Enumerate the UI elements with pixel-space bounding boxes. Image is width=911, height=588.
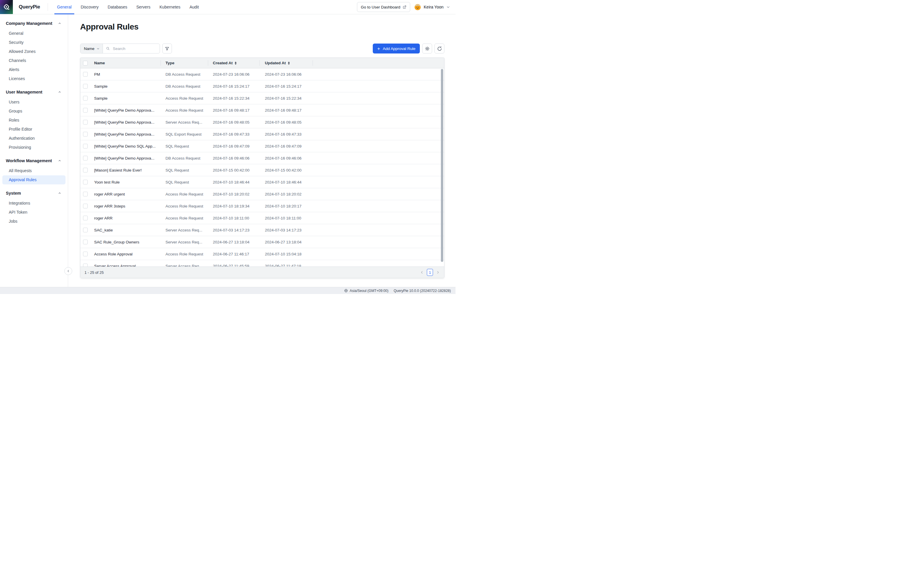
chevron-left-icon — [67, 270, 70, 273]
toolbar-right: + Add Approval Rule — [373, 44, 444, 53]
row-checkbox[interactable] — [83, 108, 88, 113]
table-row[interactable]: SAC Rule_Group OwnersServer Access Req..… — [80, 236, 444, 248]
add-approval-rule-button[interactable]: + Add Approval Rule — [373, 44, 420, 53]
sidebar-item-authentication[interactable]: Authentication — [2, 134, 65, 143]
row-checkbox[interactable] — [83, 263, 88, 267]
search-input[interactable] — [112, 46, 160, 51]
table-row[interactable]: Server Access ApprovalServer Access Req.… — [80, 260, 444, 267]
sidebar-item-general[interactable]: General — [2, 29, 65, 38]
rule-name: Access Role Approval — [92, 252, 160, 256]
section-header-user-management[interactable]: User Management — [0, 89, 68, 95]
rule-type: Access Role Request — [160, 96, 208, 100]
row-checkbox[interactable] — [83, 228, 88, 232]
row-checkbox[interactable] — [83, 96, 88, 100]
search-field-dropdown[interactable]: Name — [80, 44, 103, 53]
sidebar-item-roles[interactable]: Roles — [2, 116, 65, 125]
globe-icon — [344, 289, 348, 292]
sidebar-item-profile-editor[interactable]: Profile Editor — [2, 125, 65, 134]
refresh-button[interactable] — [434, 44, 444, 53]
user-menu[interactable]: Keira Yoon — [414, 4, 450, 11]
sidebar-item-alerts[interactable]: Alerts — [2, 65, 65, 74]
table-row[interactable]: roger ARR 3stepsAccess Role Request2024-… — [80, 200, 444, 212]
column-label: Type — [165, 61, 175, 65]
row-checkbox[interactable] — [83, 192, 88, 196]
table-row[interactable]: [White] QueryPie Demo Approva...SQL Expo… — [80, 128, 444, 140]
table-row[interactable]: roger ARR urgentAccess Role Request2024-… — [80, 188, 444, 200]
rule-type: Access Role Request — [160, 216, 208, 220]
previous-page-button[interactable] — [420, 270, 424, 275]
row-checkbox[interactable] — [83, 204, 88, 208]
avatar — [414, 4, 421, 11]
rule-updated-at: 2024-07-10 18:20:02 — [259, 192, 312, 196]
table-row[interactable]: [White] QueryPie Demo SQL App...SQL Requ… — [80, 140, 444, 152]
sidebar-item-allowed-zones[interactable]: Allowed Zones — [2, 47, 65, 56]
sidebar-collapse-button[interactable] — [64, 267, 72, 275]
rule-name: [White] QueryPie Demo Approva... — [92, 132, 160, 136]
tab-servers[interactable]: Servers — [136, 0, 150, 14]
section-header-system[interactable]: System — [0, 190, 68, 196]
table-row[interactable]: SampleDB Access Request2024-07-16 15:24:… — [80, 80, 444, 92]
table-row[interactable]: Access Role ApprovalAccess Role Request2… — [80, 248, 444, 260]
rule-updated-at: 2024-07-16 09:47:33 — [259, 132, 312, 136]
sidebar-item-users[interactable]: Users — [2, 98, 65, 107]
go-to-user-dashboard-button[interactable]: Go to User Dashboard — [357, 2, 410, 12]
table-row[interactable]: PMDB Access Request2024-07-23 16:06:0620… — [80, 68, 444, 80]
sidebar-item-security[interactable]: Security — [2, 38, 65, 47]
tab-discovery[interactable]: Discovery — [81, 0, 99, 14]
next-page-button[interactable] — [436, 270, 440, 275]
gear-icon — [425, 46, 430, 51]
sidebar-item-approval-rules[interactable]: Approval Rules — [2, 175, 65, 184]
row-checkbox-cell — [80, 263, 92, 267]
row-checkbox[interactable] — [83, 156, 88, 160]
tab-audit[interactable]: Audit — [189, 0, 199, 14]
rule-updated-at: 2024-07-16 09:47:09 — [259, 144, 312, 149]
table-row[interactable]: [Mason] Easiest Rule Ever!SQL Request202… — [80, 164, 444, 176]
table-row[interactable]: [White] QueryPie Demo Approva...Server A… — [80, 116, 444, 128]
sidebar-item-groups[interactable]: Groups — [2, 107, 65, 116]
sidebar-item-channels[interactable]: Channels — [2, 56, 65, 65]
sidebar-item-api-token[interactable]: API Token — [2, 208, 65, 217]
row-checkbox[interactable] — [83, 120, 88, 124]
column-header-updated-at-sort[interactable]: Updated At — [259, 58, 312, 68]
sidebar-item-provisioning[interactable]: Provisioning — [2, 143, 65, 152]
rule-created-at: 2024-07-16 09:46:06 — [208, 156, 259, 160]
sidebar-item-integrations[interactable]: Integrations — [2, 199, 65, 208]
rule-created-at: 2024-07-23 16:06:06 — [208, 72, 259, 77]
querypie-logo[interactable] — [0, 0, 13, 14]
sidebar-item-licenses[interactable]: Licenses — [2, 74, 65, 83]
row-checkbox[interactable] — [83, 84, 88, 89]
chevron-up-icon — [58, 90, 61, 94]
section-title: Workflow Management — [6, 158, 52, 163]
select-all-checkbox[interactable] — [83, 61, 88, 65]
table-settings-button[interactable] — [422, 44, 432, 53]
sidebar-item-jobs[interactable]: Jobs — [2, 217, 65, 226]
table-row[interactable]: [White] QueryPie Demo Approva...Access R… — [80, 104, 444, 116]
table-row[interactable]: [White] QueryPie Demo Approva...DB Acces… — [80, 152, 444, 164]
tab-databases[interactable]: Databases — [108, 0, 127, 14]
row-checkbox[interactable] — [83, 132, 88, 136]
rule-type: Access Role Request — [160, 192, 208, 196]
column-header-created-at-sort[interactable]: Created At — [208, 58, 259, 68]
chevron-left-icon — [420, 270, 424, 275]
row-checkbox[interactable] — [83, 252, 88, 256]
section-header-company-management[interactable]: Company Management — [0, 21, 68, 26]
row-checkbox[interactable] — [83, 216, 88, 220]
table-row[interactable]: SampleAccess Role Request2024-07-16 15:2… — [80, 92, 444, 104]
row-checkbox[interactable] — [83, 168, 88, 173]
filter-button[interactable] — [162, 44, 172, 53]
row-checkbox[interactable] — [83, 72, 88, 77]
table-row[interactable]: roger ARRAccess Role Request2024-07-10 1… — [80, 212, 444, 224]
rule-type: Server Access Req... — [160, 120, 208, 124]
row-checkbox[interactable] — [83, 180, 88, 184]
row-checkbox[interactable] — [83, 240, 88, 244]
page-number-button[interactable]: 1 — [427, 269, 433, 276]
section-header-workflow-management[interactable]: Workflow Management — [0, 158, 68, 164]
table-row[interactable]: Yoon test RuleSQL Request2024-07-10 18:4… — [80, 176, 444, 188]
vertical-scrollbar[interactable] — [441, 69, 443, 262]
tab-general[interactable]: General — [57, 0, 72, 14]
rule-type: SQL Request — [160, 168, 208, 173]
row-checkbox[interactable] — [83, 144, 88, 149]
tab-kubernetes[interactable]: Kubernetes — [160, 0, 181, 14]
table-row[interactable]: SAC_katieServer Access Req...2024-07-03 … — [80, 224, 444, 236]
sidebar-item-all-requests[interactable]: All Requests — [2, 166, 65, 175]
